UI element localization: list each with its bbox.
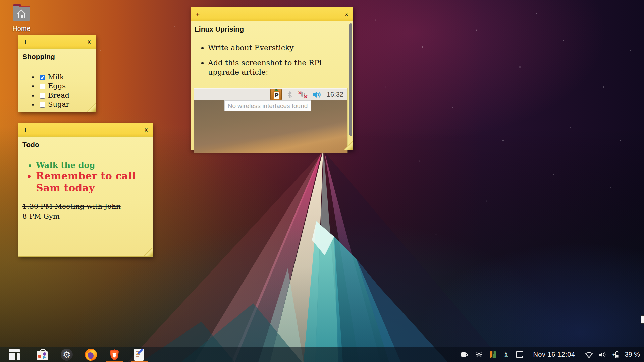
checkbox-eggs[interactable] <box>40 84 45 89</box>
checklist-item: Eggs <box>38 82 92 91</box>
gear-icon: ⚙ <box>61 349 73 361</box>
checklist-label: Sugar <box>48 100 69 108</box>
battery-percent-label: 39 % <box>625 351 640 358</box>
checklist-item: Bread <box>38 91 92 100</box>
volume-icon[interactable] <box>598 351 607 358</box>
home-folder-label: Home <box>5 25 38 33</box>
application-launcher-icon <box>9 349 20 360</box>
software-store-button[interactable] <box>36 348 49 361</box>
text-editor-icon <box>134 349 144 361</box>
brave-icon <box>108 349 120 361</box>
application-launcher-button[interactable] <box>8 348 21 361</box>
note-header[interactable]: + x <box>18 123 153 137</box>
embedded-screenshot-image: P ✕ ✕ 16:32 <box>194 88 347 153</box>
checklist-label: Milk <box>48 73 64 81</box>
checkbox-bread[interactable] <box>40 93 45 99</box>
todo-item-struck: 1:30 PM Meeting with John <box>22 202 149 212</box>
sticky-notes-tray-icon[interactable] <box>516 351 523 358</box>
list-item: Add this screenshot to the RPi upgrade a… <box>208 58 347 77</box>
taskbar: ⚙ <box>0 347 644 362</box>
note-editor[interactable]: Todo Walk the dog Remember to call Sam t… <box>18 137 153 256</box>
screenshot-scissors-icon[interactable]: ✂ <box>503 351 509 359</box>
sticky-note-linux-uprising: + x Linux Uprising Write about Everstick… <box>191 7 353 150</box>
todo-item-plain: 8 PM Gym <box>22 212 149 221</box>
software-store-icon <box>37 351 48 360</box>
screenshot-tray-bar: P ✕ ✕ 16:32 <box>194 88 347 100</box>
close-note-button[interactable]: x <box>88 39 91 45</box>
note-editor[interactable]: Shopping Milk Eggs Bread Sugar <box>18 49 96 112</box>
new-note-button[interactable]: + <box>23 38 28 45</box>
checklist-item: Sugar <box>38 100 92 109</box>
firefox-icon <box>85 349 97 361</box>
note-title: Shopping <box>22 53 92 61</box>
close-note-button[interactable]: x <box>345 11 348 17</box>
clipboard-letter: P <box>273 91 280 100</box>
note-header[interactable]: + x <box>191 7 353 21</box>
new-note-button[interactable]: + <box>196 11 200 18</box>
brightness-icon[interactable] <box>475 351 483 358</box>
battery-charging-icon[interactable]: + <box>612 350 622 359</box>
wifi-icon[interactable] <box>585 351 593 359</box>
folded-corner <box>87 103 96 112</box>
svg-text:+: + <box>612 352 615 357</box>
system-tray: ✂ Nov 16 12:04 + <box>460 347 640 362</box>
volume-icon-blue <box>312 90 321 99</box>
folded-corner <box>344 141 353 150</box>
linux-uprising-list: Write about Eversticky Add this screensh… <box>195 43 347 77</box>
note-scrollbar[interactable] <box>349 23 352 136</box>
list-item: Write about Eversticky <box>208 43 347 53</box>
sticky-note-todo: + x Todo Walk the dog Remember to call S… <box>18 123 153 257</box>
checkbox-milk[interactable] <box>40 75 45 80</box>
wireless-tooltip: No wireless interfaces found <box>224 100 311 111</box>
close-note-button[interactable]: x <box>145 127 148 133</box>
note-header[interactable]: + x <box>18 35 96 49</box>
system-settings-button[interactable]: ⚙ <box>60 348 73 361</box>
folder-icon <box>11 3 32 22</box>
clipboard-manager-icon: P <box>270 89 282 100</box>
note-editor[interactable]: Linux Uprising Write about Eversticky Ad… <box>191 21 353 150</box>
wallpaper-changer-icon[interactable] <box>490 351 496 358</box>
todo-list: Walk the dog Remember to call Sam today <box>22 160 149 194</box>
brave-running-indicator <box>106 361 123 362</box>
shopping-checklist: Milk Eggs Bread Sugar <box>22 73 92 109</box>
network-disconnected-icon: ✕ ✕ <box>298 90 307 99</box>
brave-browser-button[interactable] <box>108 348 121 361</box>
checklist-item: Milk <box>38 73 92 82</box>
taskbar-clock[interactable]: Nov 16 12:04 <box>533 351 575 358</box>
caffeine-cup-icon[interactable] <box>460 351 468 358</box>
home-folder-icon[interactable]: Home <box>5 3 38 33</box>
new-note-button[interactable]: + <box>23 126 28 133</box>
todo-item-red: Remember to call Sam today <box>36 170 149 194</box>
note-title: Todo <box>22 141 149 149</box>
screenshot-clock: 16:32 <box>327 90 343 98</box>
folded-corner <box>144 248 153 256</box>
sticky-note-shopping: + x Shopping Milk Eggs Bread Sugar <box>18 35 96 112</box>
mouse-cursor <box>641 315 644 324</box>
firefox-button[interactable] <box>85 348 97 361</box>
todo-item-green: Walk the dog <box>36 160 149 170</box>
checklist-label: Eggs <box>48 82 66 90</box>
checklist-label: Bread <box>48 91 69 99</box>
divider <box>22 199 144 199</box>
checkbox-sugar[interactable] <box>40 102 45 108</box>
note-title: Linux Uprising <box>195 25 347 33</box>
bluetooth-icon <box>286 90 293 99</box>
text-editor-button[interactable] <box>132 348 145 361</box>
editor-running-indicator <box>131 361 148 362</box>
desktop: Home + x Shopping Milk Eggs Bread Sugar <box>0 0 644 362</box>
